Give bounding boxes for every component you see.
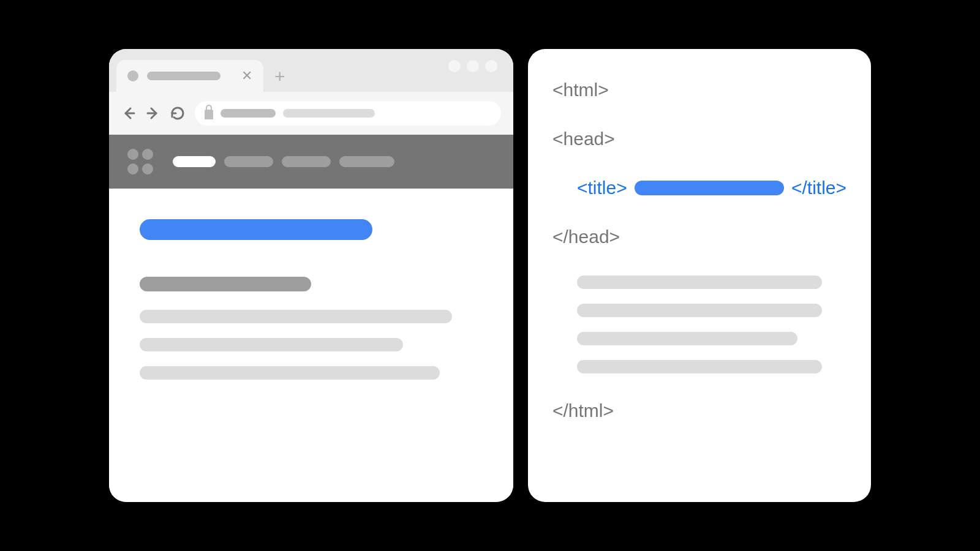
code-title-open: <title> xyxy=(577,178,627,198)
window-control-dot[interactable] xyxy=(467,60,479,72)
site-nav xyxy=(173,156,394,167)
nav-item[interactable] xyxy=(282,156,331,167)
page-subtitle-placeholder xyxy=(140,277,311,291)
window-controls xyxy=(448,60,506,81)
code-head-close: </head> xyxy=(552,227,846,247)
page-title-placeholder xyxy=(140,219,372,240)
new-tab-icon[interactable]: + xyxy=(263,67,296,92)
nav-item[interactable] xyxy=(339,156,394,167)
code-html-open: <html> xyxy=(552,80,846,100)
body-line-placeholder xyxy=(577,332,797,345)
nav-item-active[interactable] xyxy=(173,156,216,167)
text-line-placeholder xyxy=(140,338,403,351)
forward-icon[interactable] xyxy=(146,106,160,121)
code-html-close: </html> xyxy=(552,400,846,421)
code-head-open: <head> xyxy=(552,129,846,149)
window-control-dot[interactable] xyxy=(485,60,497,72)
body-line-placeholder xyxy=(577,360,822,373)
favicon-placeholder xyxy=(127,70,138,81)
page-content xyxy=(109,189,513,502)
text-line-placeholder xyxy=(140,366,440,380)
url-segment xyxy=(221,109,276,118)
address-bar[interactable] xyxy=(195,101,501,126)
window-control-dot[interactable] xyxy=(448,60,461,72)
text-line-placeholder xyxy=(140,310,452,323)
close-tab-icon[interactable]: ✕ xyxy=(241,69,252,83)
lock-icon xyxy=(205,110,213,119)
toolbar-row xyxy=(109,92,513,135)
tab-strip: ✕ + xyxy=(109,49,513,92)
nav-item[interactable] xyxy=(224,156,273,167)
tab-title-placeholder xyxy=(147,72,221,80)
body-line-placeholder xyxy=(577,304,822,317)
url-segment xyxy=(283,109,375,118)
title-content-placeholder xyxy=(635,181,784,195)
body-line-placeholder xyxy=(577,276,822,289)
browser-tab[interactable]: ✕ xyxy=(116,60,263,92)
browser-mockup: ✕ + xyxy=(109,49,513,502)
reload-icon[interactable] xyxy=(170,106,185,121)
code-title-line: <title> </title> xyxy=(552,178,846,198)
code-panel: <html> <head> <title> </title> </head> <… xyxy=(528,49,871,502)
back-icon[interactable] xyxy=(121,106,136,121)
code-title-close: </title> xyxy=(791,178,846,198)
logo-icon xyxy=(127,149,153,174)
site-header xyxy=(109,135,513,189)
